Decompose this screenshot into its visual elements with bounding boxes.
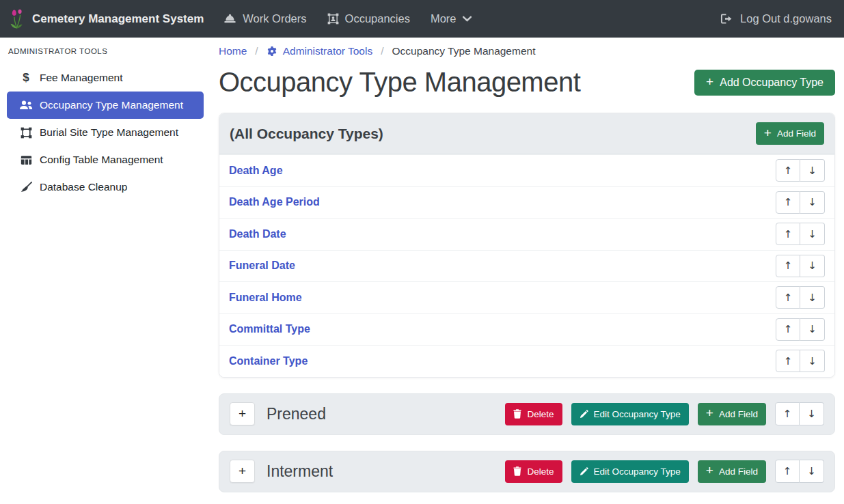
add-field-label: Add Field: [719, 466, 758, 477]
sidebar-item-fee-management[interactable]: $ Fee Management: [7, 64, 204, 92]
arrow-up-icon: ↑: [784, 355, 793, 367]
all-occupancy-types-header: (All Occupancy Types) + Add Field: [219, 113, 834, 154]
move-down-button[interactable]: ↓: [800, 460, 824, 483]
delete-button[interactable]: Delete: [505, 460, 562, 483]
field-link-funeral-date[interactable]: Funeral Date: [229, 260, 295, 272]
sidebar-item-config-table-management[interactable]: Config Table Management: [7, 146, 204, 173]
sidebar-item-burial-site-type-management[interactable]: Burial Site Type Management: [7, 119, 204, 146]
delete-label: Delete: [527, 466, 554, 477]
arrow-down-icon: ↓: [808, 260, 817, 272]
breadcrumb-separator: /: [255, 45, 258, 57]
edit-occupancy-type-label: Edit Occupancy Type: [594, 409, 681, 419]
move-up-button[interactable]: ↑: [775, 402, 800, 425]
delete-button[interactable]: Delete: [505, 403, 562, 425]
add-field-button[interactable]: + Add Field: [698, 403, 766, 425]
add-field-button[interactable]: + Add Field: [756, 122, 824, 145]
move-up-button[interactable]: ↑: [776, 350, 800, 372]
field-link-committal-type[interactable]: Committal Type: [229, 323, 310, 335]
breadcrumb-home[interactable]: Home: [219, 45, 247, 57]
arrow-up-icon: ↑: [784, 228, 793, 240]
field-link-funeral-home[interactable]: Funeral Home: [229, 292, 302, 304]
logout-button[interactable]: Log Out d.gowans: [720, 12, 834, 25]
move-up-button[interactable]: ↑: [776, 286, 800, 309]
field-link-death-age-period[interactable]: Death Age Period: [229, 196, 320, 208]
sidebar-item-label: Occupancy Type Management: [40, 99, 183, 111]
arrow-down-icon: ↓: [808, 165, 817, 177]
logout-label: Log Out d.gowans: [740, 12, 832, 25]
section-preneed-title: Preneed: [267, 405, 326, 423]
move-up-button[interactable]: ↑: [776, 318, 800, 341]
move-down-button[interactable]: ↓: [800, 255, 825, 277]
breadcrumb: Home / Administrator Tools / Occupancy T…: [219, 45, 835, 57]
nav-work-orders-label: Work Orders: [243, 12, 306, 25]
field-link-death-age[interactable]: Death Age: [229, 165, 283, 177]
all-occupancy-types-card: (All Occupancy Types) + Add Field Death …: [219, 113, 835, 378]
page-title: Occupancy Type Management: [219, 66, 580, 98]
hard-hat-icon: [223, 14, 236, 24]
edit-occupancy-type-label: Edit Occupancy Type: [594, 466, 681, 477]
breadcrumb-separator: /: [381, 45, 383, 57]
nav-occupancies[interactable]: Occupancies: [317, 12, 420, 25]
sidebar-heading: ADMINISTRATOR TOOLS: [8, 47, 204, 55]
add-field-button[interactable]: + Add Field: [698, 460, 766, 483]
breadcrumb-current: Occupancy Type Management: [392, 45, 536, 57]
table-icon: [18, 155, 33, 165]
add-occupancy-type-label: Add Occupancy Type: [720, 76, 823, 89]
expand-preneed-button[interactable]: +: [230, 402, 255, 425]
gear-icon: [267, 46, 277, 57]
field-link-death-date[interactable]: Death Date: [229, 228, 286, 240]
pencil-icon: [580, 410, 588, 419]
pencil-icon: [580, 467, 588, 476]
sidebar-item-label: Fee Management: [40, 72, 123, 84]
field-link-container-type[interactable]: Container Type: [229, 355, 308, 367]
edit-occupancy-type-button[interactable]: Edit Occupancy Type: [571, 460, 689, 483]
move-up-button[interactable]: ↑: [776, 255, 800, 277]
sign-out-icon: [720, 14, 733, 24]
arrow-down-icon: ↓: [808, 292, 817, 304]
trash-icon: [513, 409, 521, 419]
move-down-button[interactable]: ↓: [800, 402, 824, 425]
tulips-logo-icon: [10, 9, 25, 29]
dollar-icon: $: [18, 71, 33, 85]
move-up-button[interactable]: ↑: [776, 191, 800, 214]
arrow-up-icon: ↑: [784, 292, 793, 304]
move-up-button[interactable]: ↑: [776, 159, 800, 182]
edit-occupancy-type-button[interactable]: Edit Occupancy Type: [571, 403, 689, 425]
sidebar-item-label: Database Cleanup: [40, 181, 127, 193]
arrow-down-icon: ↓: [808, 196, 817, 208]
vector-square-icon: [18, 127, 33, 139]
add-field-label: Add Field: [719, 409, 758, 419]
move-up-button[interactable]: ↑: [776, 223, 800, 245]
move-down-button[interactable]: ↓: [800, 159, 825, 182]
breadcrumb-administrator-tools[interactable]: Administrator Tools: [267, 45, 373, 57]
sidebar-item-label: Burial Site Type Management: [40, 126, 178, 139]
arrow-up-icon: ↑: [784, 196, 793, 208]
nav-more[interactable]: More: [420, 12, 482, 25]
arrow-up-icon: ↑: [784, 165, 793, 177]
move-down-button[interactable]: ↓: [800, 286, 825, 309]
arrow-down-icon: ↓: [808, 323, 817, 335]
arrow-up-icon: ↑: [783, 408, 792, 420]
add-occupancy-type-button[interactable]: + Add Occupancy Type: [694, 70, 835, 96]
sidebar-item-occupancy-type-management[interactable]: Occupancy Type Management: [7, 92, 204, 119]
add-field-label: Add Field: [777, 128, 816, 139]
expand-interment-button[interactable]: +: [230, 460, 255, 483]
sidebar-item-database-cleanup[interactable]: Database Cleanup: [7, 173, 204, 201]
app-brand[interactable]: Cemetery Management System: [10, 9, 204, 29]
arrow-down-icon: ↓: [807, 408, 816, 420]
reorder-button-group: ↑ ↓: [776, 286, 825, 309]
arrow-up-icon: ↑: [784, 323, 793, 335]
broom-icon: [18, 182, 33, 193]
users-icon: [18, 100, 33, 110]
move-up-button[interactable]: ↑: [775, 460, 800, 483]
field-row: Container Type ↑ ↓: [219, 345, 834, 377]
nav-more-label: More: [431, 12, 457, 25]
field-row: Death Age Period ↑ ↓: [219, 186, 834, 219]
move-down-button[interactable]: ↓: [800, 350, 825, 372]
move-down-button[interactable]: ↓: [800, 223, 825, 245]
delete-label: Delete: [527, 409, 554, 419]
nav-work-orders[interactable]: Work Orders: [213, 12, 316, 25]
move-down-button[interactable]: ↓: [800, 191, 825, 214]
move-down-button[interactable]: ↓: [800, 318, 825, 341]
field-row: Death Date ↑ ↓: [219, 218, 834, 250]
